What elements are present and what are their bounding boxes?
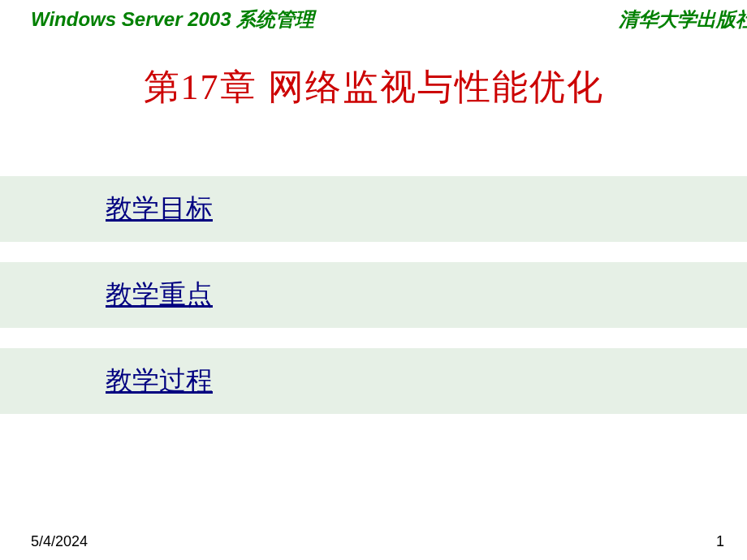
header-book-title: Windows Server 2003 系统管理	[31, 6, 314, 32]
footer-page-number: 1	[716, 533, 724, 550]
chapter-title: 第17章 网络监视与性能优化	[0, 63, 747, 111]
header-publisher: 清华大学出版社	[619, 6, 747, 32]
list-row: 教学目标	[0, 176, 747, 242]
slide-footer: 5/4/2024 1	[0, 533, 747, 550]
list-row: 教学过程	[0, 348, 747, 414]
footer-date: 5/4/2024	[31, 533, 88, 550]
list-item-keypoint[interactable]: 教学重点	[106, 280, 213, 309]
list-item-process[interactable]: 教学过程	[106, 366, 213, 395]
list-row: 教学重点	[0, 262, 747, 328]
slide-header: Windows Server 2003 系统管理 清华大学出版社	[0, 0, 747, 39]
title-section: 第17章 网络监视与性能优化	[0, 39, 747, 160]
content-list: 教学目标 教学重点 教学过程	[0, 176, 747, 414]
list-item-objective[interactable]: 教学目标	[106, 194, 213, 223]
